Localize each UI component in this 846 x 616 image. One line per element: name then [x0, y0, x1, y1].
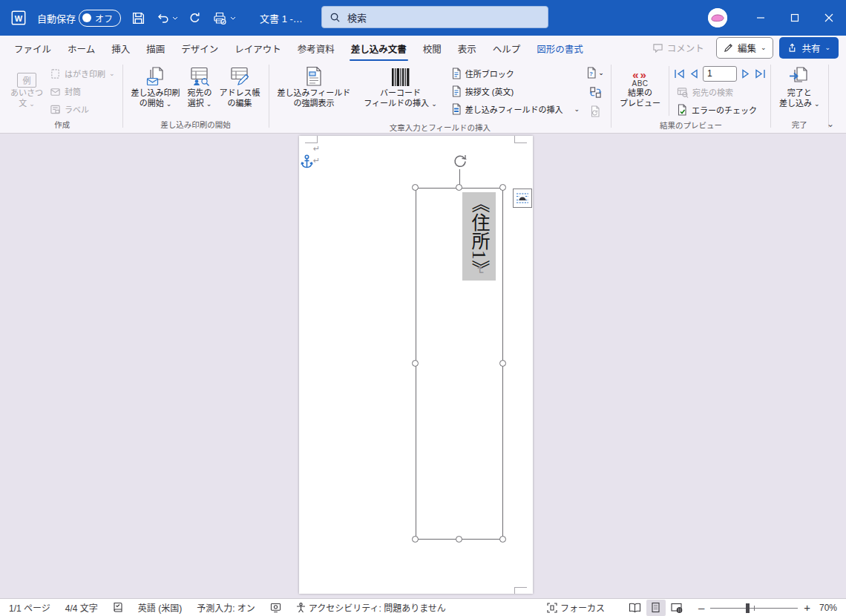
- tab-draw[interactable]: 描画: [138, 36, 173, 61]
- comments-button[interactable]: コメント: [646, 38, 710, 58]
- accessibility-status[interactable]: アクセシビリティ: 問題ありません: [296, 601, 446, 614]
- check-errors-button[interactable]: エラーのチェック: [674, 101, 766, 119]
- edit-recipient-list-button[interactable]: アドレス帳 の編集: [216, 63, 264, 109]
- rules-chevron-icon: ⌄: [598, 70, 604, 76]
- proofing-icon[interactable]: [113, 602, 123, 613]
- match-fields-button[interactable]: [586, 84, 605, 100]
- group-label-create: 作成: [54, 118, 70, 133]
- preview-results-button[interactable]: «» ABC 結果の プレビュー: [616, 63, 664, 109]
- address-block-button[interactable]: 住所ブロック: [448, 65, 583, 82]
- select-recipients-button[interactable]: 宛先の 選択 ⌄: [184, 63, 216, 109]
- resize-handle-bottom-center[interactable]: [456, 536, 462, 543]
- zoom-slider-thumb[interactable]: [746, 603, 750, 613]
- find-recipient-button[interactable]: 宛先の検索: [674, 83, 766, 101]
- toggle-knob-icon: [82, 13, 91, 22]
- resize-handle-top-right[interactable]: [499, 184, 506, 191]
- finish-merge-icon: [788, 65, 810, 88]
- last-record-button[interactable]: [755, 69, 766, 79]
- autosave-toggle[interactable]: オフ: [79, 10, 121, 27]
- barcode-chevron-icon: ⌄: [431, 100, 437, 108]
- greeting-chevron-icon: ⌄: [29, 100, 35, 108]
- redo-button[interactable]: [188, 11, 202, 24]
- quick-print-button[interactable]: [212, 11, 236, 25]
- editing-mode-button[interactable]: 編集 ⌄: [716, 37, 774, 59]
- zoom-slider-center-tick: [754, 606, 755, 611]
- hagaki-chevron-icon: ⌄: [109, 71, 115, 77]
- close-button[interactable]: [812, 0, 846, 36]
- highlight-merge-fields-button[interactable]: 差し込みフィールド の強調表示: [274, 63, 355, 109]
- insert-barcode-field-button[interactable]: バーコード フィールドの挿入 ⌄: [360, 63, 440, 109]
- tab-insert[interactable]: 挿入: [103, 36, 138, 61]
- group-preview-results: «» ABC 結果の プレビュー: [612, 61, 770, 133]
- tab-home[interactable]: ホーム: [59, 36, 103, 61]
- first-record-button[interactable]: [674, 69, 685, 79]
- crop-mark-top-right-v: [514, 136, 515, 143]
- tab-shape-format[interactable]: 図形の書式: [528, 36, 591, 61]
- focus-mode-button[interactable]: フォーカス: [547, 601, 605, 614]
- resize-handle-middle-right[interactable]: [499, 360, 506, 367]
- print-layout-button[interactable]: [646, 600, 666, 616]
- page-count[interactable]: 1/1 ページ: [9, 601, 50, 614]
- share-button[interactable]: 共有 ⌄: [779, 37, 839, 59]
- zoom-percentage[interactable]: 70%: [810, 603, 837, 613]
- read-mode-button[interactable]: [626, 600, 645, 616]
- tab-design[interactable]: デザイン: [173, 36, 226, 61]
- focus-icon: [547, 603, 557, 613]
- tab-mailings[interactable]: 差し込み文書: [343, 36, 415, 61]
- zoom-in-button[interactable]: +: [804, 601, 810, 614]
- collapse-ribbon-button[interactable]: ⌄: [827, 119, 834, 129]
- greeting-sample-icon: 例: [17, 73, 36, 88]
- finish-merge-chevron-icon: ⌄: [814, 100, 820, 108]
- search-input[interactable]: 検索: [321, 6, 548, 28]
- crop-mark-bottom-right-v: [514, 587, 515, 594]
- rotate-handle[interactable]: [451, 153, 468, 170]
- object-anchor-icon: [301, 154, 313, 170]
- tab-file[interactable]: ファイル: [6, 36, 59, 61]
- greeting-line-button[interactable]: 挨拶文 (英文): [448, 82, 583, 100]
- web-layout-button[interactable]: [667, 600, 686, 616]
- start-mail-merge-chevron-icon: ⌄: [166, 100, 172, 108]
- update-labels-button[interactable]: [586, 103, 605, 119]
- resize-handle-top-left[interactable]: [412, 184, 419, 191]
- record-number-input[interactable]: [703, 66, 737, 82]
- tab-view[interactable]: 表示: [450, 36, 485, 61]
- minimize-button[interactable]: [744, 0, 778, 36]
- prediction-icon[interactable]: [270, 603, 281, 613]
- resize-handle-bottom-right[interactable]: [499, 536, 506, 543]
- tab-references[interactable]: 参考資料: [289, 36, 343, 61]
- maximize-button[interactable]: [778, 0, 812, 36]
- envelopes-button[interactable]: 封筒: [47, 82, 118, 100]
- search-icon: [329, 12, 341, 23]
- layout-options-button[interactable]: [513, 189, 532, 208]
- undo-button[interactable]: [156, 11, 178, 24]
- group-start-mail-merge: 差し込み印刷 の開始 ⌄ 宛先の 選択 ⌄ アドレス帳 の編集: [124, 61, 268, 133]
- resize-handle-bottom-left[interactable]: [412, 536, 419, 543]
- customize-toolbar-chevron-icon[interactable]: [230, 16, 236, 20]
- group-finish: 完了と 差し込み ⌄ 完了: [772, 61, 827, 133]
- language-status[interactable]: 英語 (米国): [138, 601, 182, 614]
- previous-record-button[interactable]: [689, 69, 698, 79]
- resize-handle-middle-left[interactable]: [412, 360, 419, 367]
- group-label-preview: 結果のプレビュー: [660, 119, 722, 134]
- postcard-icon: [50, 68, 61, 79]
- save-button[interactable]: [131, 11, 145, 25]
- hagaki-print-button[interactable]: はがき印刷⌄: [47, 65, 118, 82]
- tab-review[interactable]: 校閲: [415, 36, 450, 61]
- zoom-slider[interactable]: [710, 600, 798, 615]
- greeting-text-button[interactable]: 例 あいさつ 文 ⌄: [7, 63, 47, 109]
- document-page[interactable]: ↵ ↵ 《住所1》 ↵: [299, 136, 533, 594]
- labels-button[interactable]: ラベル: [47, 100, 118, 118]
- paragraph-mark-icon: ↵: [313, 157, 320, 165]
- text-prediction-status[interactable]: 予測入力: オン: [197, 601, 255, 614]
- finish-merge-button[interactable]: 完了と 差し込み ⌄: [776, 63, 824, 109]
- start-mail-merge-button[interactable]: 差し込み印刷 の開始 ⌄: [128, 63, 184, 109]
- insert-merge-field-button[interactable]: 差し込みフィールドの挿入 ⌄: [448, 100, 583, 118]
- char-count[interactable]: 4/4 文字: [65, 601, 98, 614]
- rules-button[interactable]: ? ⌄: [586, 65, 605, 81]
- tab-help[interactable]: ヘルプ: [485, 36, 529, 61]
- resize-handle-top-center[interactable]: [456, 184, 462, 191]
- zoom-out-button[interactable]: –: [698, 601, 704, 614]
- tab-layout[interactable]: レイアウト: [226, 36, 289, 61]
- account-avatar[interactable]: [708, 8, 727, 27]
- next-record-button[interactable]: [741, 69, 750, 79]
